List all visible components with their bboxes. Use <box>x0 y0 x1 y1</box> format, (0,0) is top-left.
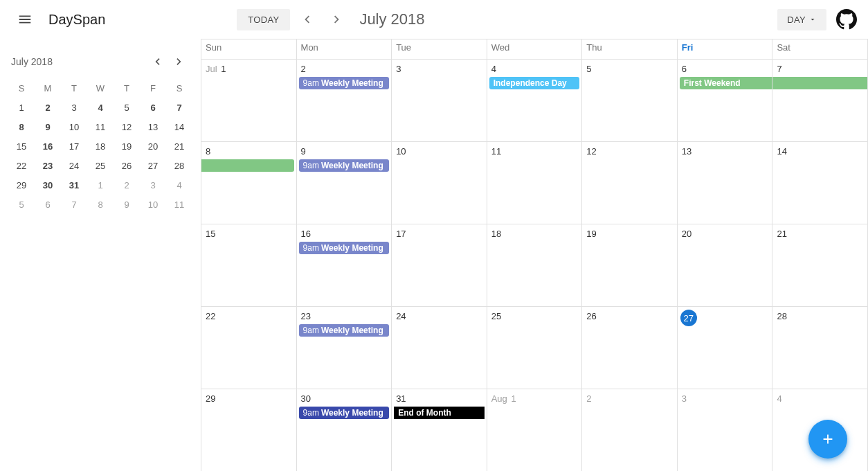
event[interactable]: First Weekend <box>680 77 772 89</box>
day-number: 4 <box>772 389 786 405</box>
calendar-day[interactable]: 13 <box>678 142 773 224</box>
mini-day[interactable]: 31 <box>61 176 87 194</box>
calendar-day[interactable]: 31End of Month <box>392 389 487 471</box>
calendar-day[interactable]: 2 <box>582 389 678 471</box>
calendar-day[interactable]: 12 <box>582 142 678 224</box>
mini-day[interactable]: 5 <box>8 195 35 213</box>
mini-day[interactable]: 16 <box>35 137 61 155</box>
event[interactable]: Independence Day <box>489 77 580 89</box>
calendar-day[interactable]: 6First Weekend <box>678 60 773 141</box>
calendar-day[interactable]: 27 <box>678 307 773 389</box>
mini-prev-button[interactable] <box>147 51 168 72</box>
mini-day[interactable]: 27 <box>140 157 166 175</box>
mini-day[interactable]: 2 <box>114 176 140 194</box>
view-selector[interactable]: DAY <box>777 9 826 30</box>
mini-day[interactable]: 29 <box>8 176 35 194</box>
mini-day[interactable]: 20 <box>140 137 166 155</box>
mini-day[interactable]: 12 <box>114 118 140 136</box>
mini-day[interactable]: 3 <box>61 98 87 116</box>
prev-period-button[interactable] <box>293 6 320 33</box>
mini-day[interactable]: 21 <box>166 137 192 155</box>
mini-day[interactable]: 8 <box>87 195 114 213</box>
calendar-day[interactable]: 26 <box>582 307 678 389</box>
event[interactable]: End of Month <box>394 407 485 419</box>
event[interactable]: 9amWeekly Meeting <box>299 159 390 172</box>
mini-day[interactable]: 14 <box>166 118 192 136</box>
add-event-fab[interactable] <box>808 420 847 459</box>
mini-day[interactable]: 15 <box>8 137 35 155</box>
mini-day[interactable]: 7 <box>61 195 87 213</box>
calendar-day[interactable]: 20 <box>678 224 773 306</box>
calendar-day[interactable]: 239amWeekly Meeting <box>297 307 392 389</box>
calendar-day[interactable]: 309amWeekly Meeting <box>297 389 392 471</box>
calendar-day[interactable]: 3 <box>678 389 773 471</box>
github-link[interactable] <box>836 9 857 30</box>
mini-day[interactable]: 6 <box>35 195 61 213</box>
mini-day[interactable]: 1 <box>87 176 114 194</box>
calendar-day[interactable]: 21 <box>772 224 868 306</box>
event[interactable]: 9amWeekly Meeting <box>299 407 390 419</box>
mini-day[interactable]: 8 <box>8 118 35 136</box>
mini-day[interactable]: 10 <box>140 195 166 213</box>
mini-day[interactable]: 30 <box>35 176 61 194</box>
calendar-day[interactable]: 10 <box>392 142 487 224</box>
calendar-day[interactable]: 29amWeekly Meeting <box>297 60 392 141</box>
mini-day[interactable]: 18 <box>87 137 114 155</box>
mini-day[interactable]: 9 <box>114 195 140 213</box>
mini-day[interactable]: 23 <box>35 157 61 175</box>
calendar-day[interactable]: 8 <box>201 142 297 224</box>
calendar-day[interactable]: 19 <box>582 224 678 306</box>
mini-day[interactable]: 11 <box>166 195 192 213</box>
event[interactable]: 9amWeekly Meeting <box>299 324 390 337</box>
calendar-day[interactable]: 29 <box>201 389 297 471</box>
mini-day[interactable]: 2 <box>35 98 61 116</box>
mini-day[interactable]: 7 <box>166 98 192 116</box>
calendar-day[interactable]: 99amWeekly Meeting <box>297 142 392 224</box>
calendar-day[interactable]: Jul 1 <box>201 60 297 141</box>
mini-day[interactable]: 4 <box>87 98 114 116</box>
menu-button[interactable] <box>11 6 39 33</box>
mini-next-button[interactable] <box>169 51 190 72</box>
calendar-day[interactable]: 17 <box>392 224 487 306</box>
mini-day[interactable]: 6 <box>140 98 166 116</box>
calendar-day[interactable]: 4Independence Day <box>487 60 583 141</box>
mini-day[interactable]: 17 <box>61 137 87 155</box>
mini-day[interactable]: 5 <box>114 98 140 116</box>
mini-day[interactable]: 3 <box>140 176 166 194</box>
day-events <box>772 77 867 89</box>
calendar-day[interactable]: 15 <box>201 224 297 306</box>
calendar-day[interactable]: 18 <box>487 224 583 306</box>
event-title: Weekly Meeting <box>321 159 383 172</box>
mini-day[interactable]: 28 <box>166 157 192 175</box>
calendar-day[interactable]: 14 <box>772 142 868 224</box>
day-number: 23 <box>297 307 315 323</box>
calendar-day[interactable]: 24 <box>392 307 487 389</box>
event[interactable]: 9amWeekly Meeting <box>299 77 390 89</box>
calendar-day[interactable]: 7 <box>772 60 868 141</box>
next-period-button[interactable] <box>323 6 351 33</box>
calendar-day[interactable]: Aug 1 <box>487 389 583 471</box>
mini-day[interactable]: 26 <box>114 157 140 175</box>
event[interactable] <box>201 159 294 172</box>
mini-day[interactable]: 9 <box>35 118 61 136</box>
calendar-day[interactable]: 11 <box>487 142 583 224</box>
event[interactable]: 9amWeekly Meeting <box>299 242 390 254</box>
calendar-day[interactable]: 22 <box>201 307 297 389</box>
calendar-day[interactable]: 28 <box>772 307 868 389</box>
mini-day[interactable]: 4 <box>166 176 192 194</box>
event[interactable] <box>772 77 867 89</box>
calendar-day[interactable]: 5 <box>582 60 678 141</box>
calendar-day[interactable]: 169amWeekly Meeting <box>297 224 392 306</box>
chevron-left-icon <box>299 12 314 27</box>
mini-day[interactable]: 24 <box>61 157 87 175</box>
calendar-day[interactable]: 25 <box>487 307 583 389</box>
mini-day[interactable]: 11 <box>87 118 114 136</box>
calendar-day[interactable]: 3 <box>392 60 487 141</box>
mini-day[interactable]: 10 <box>61 118 87 136</box>
mini-day[interactable]: 13 <box>140 118 166 136</box>
mini-day[interactable]: 19 <box>114 137 140 155</box>
mini-day[interactable]: 22 <box>8 157 35 175</box>
today-button[interactable]: TODAY <box>237 9 290 30</box>
mini-day[interactable]: 1 <box>8 98 35 116</box>
mini-day[interactable]: 25 <box>87 157 114 175</box>
